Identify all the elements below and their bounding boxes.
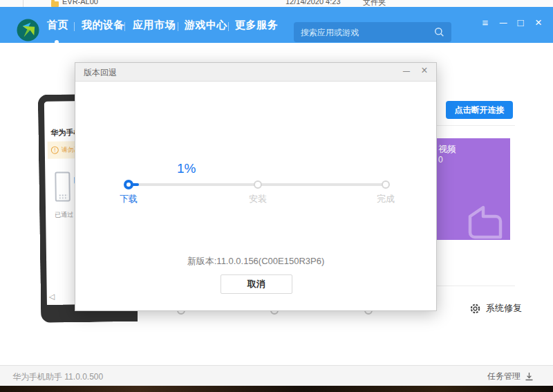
dialog-titlebar[interactable]: 版本回退 ─ × — [75, 63, 436, 82]
nav-item-home[interactable]: 首页 — [47, 19, 68, 32]
nav-item-my-devices[interactable]: 我的设备 — [82, 19, 124, 32]
nav-item-game-center[interactable]: 游戏中心 — [185, 19, 227, 32]
app-version-text: 华为手机助手 11.0.0.500 — [12, 371, 103, 383]
hisuite-logo-icon — [17, 19, 39, 41]
back-triangle-icon: ◁ — [49, 292, 55, 301]
folder-icon — [51, 1, 59, 7]
task-manager-action[interactable]: 任务管理 — [487, 371, 534, 382]
step-label-install: 安装 — [237, 193, 279, 205]
nav-separator — [228, 22, 229, 31]
step-label-complete: 完成 — [365, 193, 406, 205]
new-version-info: 新版本:11.0.0.156(C00E150R3P6) — [75, 255, 436, 268]
status-bar: 华为手机助手 11.0.0.500 任务管理 — [0, 365, 553, 386]
system-repair-label: 系统修复 — [486, 302, 522, 315]
explorer-file-type: 文件夹 — [363, 0, 386, 7]
dot-grid — [59, 194, 68, 198]
step-label-download: 下载 — [108, 193, 149, 205]
minimize-icon[interactable]: ─ — [496, 15, 510, 30]
search-input[interactable] — [294, 22, 451, 42]
video-tile-count: 0 — [438, 155, 443, 165]
phone-outline-illustration — [55, 171, 71, 201]
progress-percent: 1% — [177, 161, 196, 176]
cancel-button[interactable]: 取消 — [221, 274, 292, 294]
background-explorer-row: EVR-AL00 12/14/2020 4:23 文件夹 — [0, 0, 553, 7]
nav-item-more-services[interactable]: 更多服务 — [235, 19, 278, 32]
video-tile-label: 视频 — [438, 143, 456, 156]
search-icon[interactable] — [434, 27, 444, 37]
dialog-title: 版本回退 — [84, 67, 117, 79]
maximize-icon[interactable]: □ — [514, 15, 527, 30]
close-icon[interactable]: × — [532, 15, 545, 30]
desktop-wallpaper-strip — [0, 386, 553, 392]
warning-icon: ! — [51, 147, 59, 154]
nav-separator — [178, 22, 178, 31]
gear-icon — [469, 303, 481, 315]
explorer-date-modified: 12/14/2020 4:23 — [285, 0, 341, 6]
explorer-file-name: EVR-AL00 — [62, 0, 98, 6]
disconnect-button[interactable]: 点击断开连接 — [446, 101, 513, 119]
video-camera-icon — [465, 201, 507, 240]
dialog-close-icon[interactable]: × — [418, 64, 431, 77]
top-navbar: 首页 我的设备 应用市场 游戏中心 更多服务 ≡ ─ □ × — [0, 7, 553, 43]
active-tab-dot — [55, 40, 59, 44]
step-node-download — [124, 180, 133, 189]
nav-separator — [74, 22, 75, 31]
version-rollback-dialog: 版本回退 ─ × 1% 下载 安装 完成 新版本:11.0.0.156(C00E… — [75, 62, 437, 311]
step-node-complete — [382, 180, 390, 189]
nav-separator — [124, 22, 125, 31]
video-category-tile[interactable]: 视频 0 — [430, 138, 510, 240]
download-tasks-icon — [525, 372, 534, 381]
app-window: EVR-AL00 12/14/2020 4:23 文件夹 首页 我的设备 应用市… — [0, 0, 553, 392]
system-repair-action[interactable]: 系统修复 — [469, 302, 522, 315]
nav-item-app-market[interactable]: 应用市场 — [133, 19, 176, 32]
task-manager-label: 任务管理 — [487, 371, 521, 382]
step-node-install — [254, 180, 262, 189]
menu-icon[interactable]: ≡ — [478, 15, 492, 30]
dialog-minimize-icon[interactable]: ─ — [400, 66, 413, 77]
explorer-column-divider — [23, 0, 24, 7]
